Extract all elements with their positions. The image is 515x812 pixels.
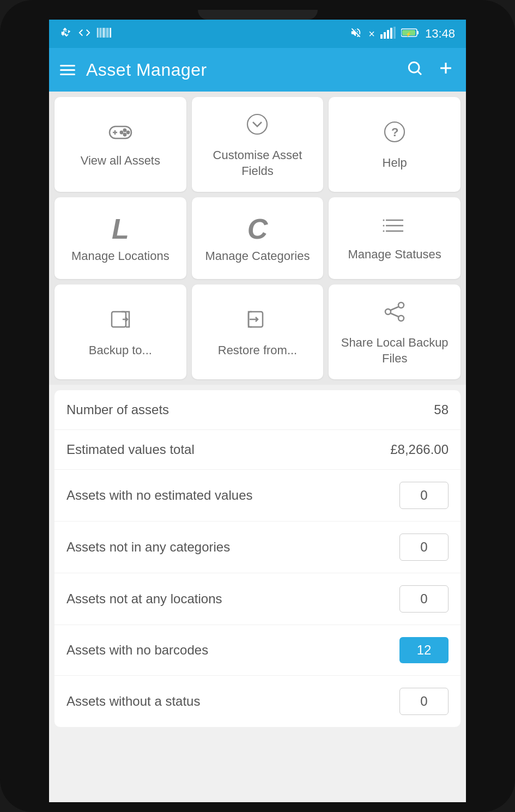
stat-estimated-total-value: £8,266.00: [390, 442, 449, 457]
restore-from-label: Restore from...: [218, 343, 297, 359]
svg-point-26: [127, 131, 129, 134]
stat-no-barcodes-badge[interactable]: 12: [399, 637, 449, 663]
list-icon: [383, 216, 407, 239]
svg-text:⚡: ⚡: [405, 31, 412, 38]
mute-icon: [350, 27, 362, 41]
phone-screen: × ⚡: [49, 20, 466, 802]
stat-no-estimated-label: Assets with no estimated values: [66, 488, 399, 503]
svg-rect-12: [390, 28, 392, 39]
stat-without-status-label: Assets without a status: [66, 694, 399, 709]
manage-locations-label: Manage Locations: [71, 249, 169, 264]
stats-area: Number of assets 58 Estimated values tot…: [54, 390, 461, 727]
help-card[interactable]: ? Help: [329, 97, 461, 192]
stat-row-not-at-locations[interactable]: Assets not at any locations 0: [54, 573, 461, 625]
categories-letter-icon: C: [247, 215, 268, 243]
grid-area: View all Assets Customise Asset Fields: [49, 92, 466, 385]
svg-point-42: [398, 302, 404, 308]
svg-rect-10: [384, 32, 386, 39]
svg-point-29: [247, 114, 267, 134]
svg-rect-4: [103, 28, 104, 38]
stat-row-without-status[interactable]: Assets without a status 0: [54, 676, 461, 727]
svg-rect-1: [99, 28, 99, 38]
svg-rect-0: [97, 28, 98, 38]
stat-num-assets-label: Number of assets: [66, 402, 434, 417]
stat-row-not-in-categories[interactable]: Assets not in any categories 0: [54, 522, 461, 573]
svg-rect-5: [105, 28, 106, 38]
customise-label: Customise Asset Fields: [198, 148, 317, 179]
signal-icon: [380, 27, 396, 41]
app-bar: Asset Manager: [49, 48, 466, 92]
svg-point-18: [409, 62, 419, 72]
mute-x: ×: [368, 28, 375, 40]
stat-num-assets-value: 58: [434, 402, 449, 417]
backup-icon: [108, 307, 132, 335]
barcode-icon: [97, 27, 111, 41]
restore-from-card[interactable]: Restore from...: [192, 284, 324, 379]
dropdown-icon: [245, 112, 269, 140]
add-button[interactable]: [437, 59, 455, 81]
stat-not-in-categories-badge[interactable]: 0: [399, 534, 449, 561]
stat-not-in-categories-label: Assets not in any categories: [66, 540, 399, 555]
svg-rect-2: [100, 28, 101, 38]
stat-estimated-total-label: Estimated values total: [66, 442, 390, 457]
search-button[interactable]: [406, 59, 423, 81]
stat-without-status-badge[interactable]: 0: [399, 688, 449, 715]
app-title: Asset Manager: [86, 60, 406, 80]
view-all-assets-label: View all Assets: [81, 153, 160, 169]
svg-text:?: ?: [391, 125, 398, 139]
usb-icon: [60, 27, 72, 41]
svg-line-46: [391, 313, 398, 317]
phone-notch: [198, 10, 318, 20]
svg-point-44: [398, 316, 404, 321]
status-icons-right: × ⚡: [350, 27, 455, 41]
svg-rect-8: [110, 28, 111, 38]
stat-row-no-estimated[interactable]: Assets with no estimated values 0: [54, 470, 461, 522]
svg-line-45: [391, 307, 398, 310]
battery-icon: ⚡: [401, 28, 420, 40]
code-icon: [78, 27, 90, 41]
status-icons-left: [60, 27, 111, 41]
customise-asset-fields-card[interactable]: Customise Asset Fields: [192, 97, 324, 192]
svg-rect-13: [393, 27, 396, 39]
manage-statuses-card[interactable]: Manage Statuses: [329, 197, 461, 279]
svg-rect-9: [380, 34, 383, 39]
app-bar-actions: [406, 59, 455, 81]
stat-row-no-barcodes[interactable]: Assets with no barcodes 12: [54, 625, 461, 676]
view-all-assets-card[interactable]: View all Assets: [54, 97, 186, 192]
stat-row-estimated-total: Estimated values total £8,266.00: [54, 430, 461, 470]
status-time: 13:48: [425, 27, 455, 41]
share-backup-label: Share Local Backup Files: [335, 335, 454, 366]
menu-button[interactable]: [60, 65, 75, 75]
svg-point-25: [124, 129, 126, 131]
help-icon: ?: [383, 120, 407, 148]
share-icon: [383, 300, 407, 328]
stat-not-at-locations-badge[interactable]: 0: [399, 585, 449, 613]
manage-statuses-label: Manage Statuses: [348, 247, 441, 263]
phone-outer: × ⚡: [0, 0, 515, 812]
svg-rect-11: [387, 30, 389, 39]
status-bar: × ⚡: [49, 20, 466, 48]
svg-rect-15: [417, 31, 419, 34]
manage-locations-card[interactable]: L Manage Locations: [54, 197, 186, 279]
stat-no-barcodes-label: Assets with no barcodes: [66, 643, 399, 658]
svg-rect-3: [102, 28, 102, 38]
backup-to-card[interactable]: Backup to...: [54, 284, 186, 379]
stat-not-at-locations-label: Assets not at any locations: [66, 591, 399, 607]
svg-point-28: [120, 131, 123, 134]
manage-categories-card[interactable]: C Manage Categories: [192, 197, 324, 279]
svg-point-43: [385, 309, 391, 314]
locations-letter-icon: L: [112, 215, 129, 243]
restore-icon: [245, 307, 269, 335]
stat-row-num-assets: Number of assets 58: [54, 390, 461, 430]
stat-no-estimated-badge[interactable]: 0: [399, 482, 449, 509]
manage-categories-label: Manage Categories: [205, 249, 310, 264]
svg-line-19: [418, 71, 421, 75]
svg-point-27: [124, 134, 126, 136]
help-label: Help: [383, 155, 407, 171]
gamepad-icon: [107, 122, 134, 146]
svg-rect-7: [108, 28, 109, 38]
share-backup-card[interactable]: Share Local Backup Files: [329, 284, 461, 379]
svg-rect-6: [107, 28, 108, 38]
backup-to-label: Backup to...: [89, 343, 152, 359]
